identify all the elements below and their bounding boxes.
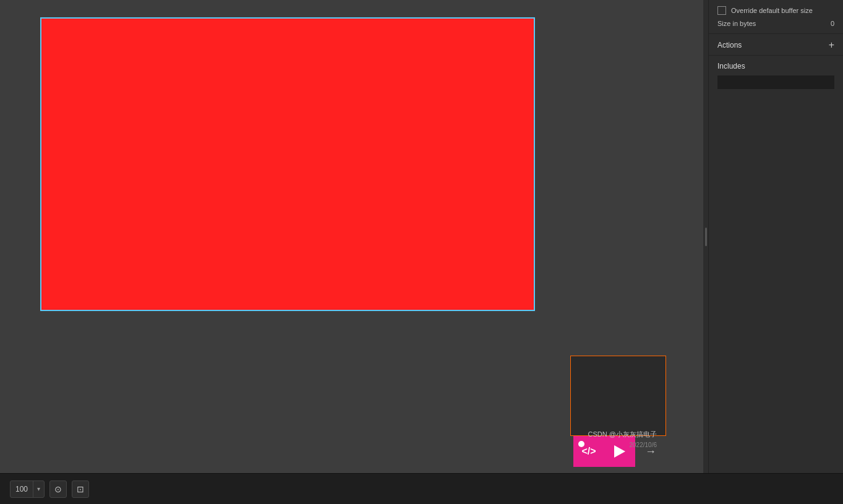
- size-value: 0: [831, 20, 834, 27]
- fit-view-button[interactable]: ⊙: [49, 481, 67, 498]
- code-button[interactable]: </>: [573, 436, 604, 467]
- preview-area: [570, 356, 666, 436]
- zoom-dropdown-button[interactable]: ▾: [33, 481, 44, 497]
- preview-frame: [570, 356, 666, 436]
- actions-title: Actions: [717, 41, 742, 49]
- override-label: Override default buffer size: [731, 7, 813, 14]
- actions-section-header: Actions +: [709, 34, 843, 56]
- code-icon: </>: [581, 446, 596, 457]
- chevron-down-icon: ▾: [37, 485, 40, 492]
- add-action-button[interactable]: +: [829, 40, 834, 50]
- right-panel: Override default buffer size Size in byt…: [708, 0, 843, 473]
- includes-title: Includes: [717, 62, 834, 70]
- canvas-area: </> → CSDN @小灰灰搞电子 2022/10/6: [0, 0, 703, 473]
- includes-input[interactable]: [717, 75, 834, 89]
- fit-view-icon: ⊙: [54, 484, 62, 494]
- zoom-value: 100: [11, 481, 33, 497]
- play-button[interactable]: [604, 436, 635, 467]
- size-label: Size in bytes: [717, 20, 756, 27]
- circle-dot: [578, 441, 584, 447]
- override-checkbox[interactable]: [717, 6, 726, 15]
- zoom-control: 100 ▾: [10, 481, 45, 498]
- panel-divider[interactable]: [703, 0, 708, 473]
- crop-button[interactable]: ⊡: [72, 481, 89, 498]
- crop-icon: ⊡: [77, 484, 84, 494]
- includes-section: Includes: [709, 56, 843, 95]
- bottom-toolbar: 100 ▾ ⊙ ⊡: [0, 473, 843, 504]
- play-triangle-icon: [614, 445, 625, 458]
- canvas-wrapper: [40, 17, 535, 311]
- buffer-section: Override default buffer size Size in byt…: [709, 0, 843, 34]
- enter-button[interactable]: →: [635, 436, 666, 467]
- size-row: Size in bytes 0: [717, 20, 834, 27]
- divider-handle: [705, 228, 707, 246]
- csdn-watermark: CSDN @小灰灰搞电子: [588, 430, 657, 439]
- timestamp: 2022/10/6: [630, 442, 657, 448]
- override-row: Override default buffer size: [717, 6, 834, 15]
- canvas-frame: [40, 17, 535, 311]
- playback-controls: </> →: [573, 436, 666, 467]
